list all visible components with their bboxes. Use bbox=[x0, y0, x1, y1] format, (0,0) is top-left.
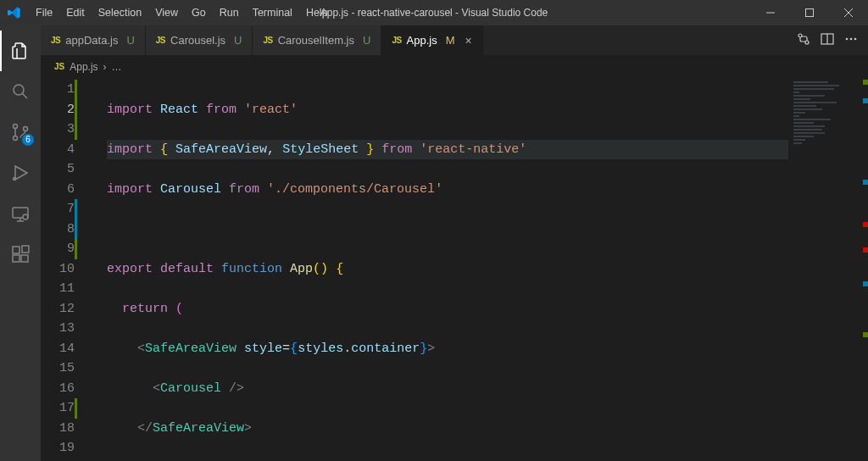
search-icon[interactable] bbox=[0, 71, 41, 112]
extensions-icon[interactable] bbox=[0, 234, 41, 275]
editor[interactable]: 1 2 3 4 5 6 7 8 9 10 11 12 13 14 15 16 1… bbox=[41, 78, 868, 461]
activity-bar: 6 bbox=[0, 25, 41, 461]
tab-label: appData.js bbox=[65, 34, 118, 47]
menu-go[interactable]: Go bbox=[185, 0, 213, 25]
svg-point-1 bbox=[14, 85, 24, 95]
menu-edit[interactable]: Edit bbox=[59, 0, 92, 25]
split-editor-icon[interactable] bbox=[821, 32, 834, 48]
tab-carouselitem[interactable]: JS CarouselItem.js U bbox=[253, 25, 381, 55]
tab-status: M bbox=[446, 34, 455, 47]
tab-status: U bbox=[234, 34, 242, 47]
js-icon: JS bbox=[51, 36, 60, 45]
compare-changes-icon[interactable] bbox=[797, 32, 810, 48]
js-icon: JS bbox=[54, 62, 64, 71]
breadcrumb-rest: … bbox=[112, 61, 122, 73]
js-icon: JS bbox=[156, 36, 165, 45]
svg-point-4 bbox=[24, 127, 28, 131]
line-number-gutter: 1 2 3 4 5 6 7 8 9 10 11 12 13 14 15 16 1… bbox=[41, 78, 90, 461]
chevron-right-icon: › bbox=[103, 61, 107, 73]
close-button[interactable] bbox=[829, 0, 868, 25]
svg-rect-9 bbox=[13, 255, 19, 262]
menu-view[interactable]: View bbox=[148, 0, 185, 25]
source-control-icon[interactable]: 6 bbox=[0, 112, 41, 153]
svg-point-13 bbox=[805, 41, 809, 44]
svg-point-16 bbox=[850, 38, 853, 41]
tab-carousel[interactable]: JS Carousel.js U bbox=[146, 25, 253, 55]
overview-ruler[interactable] bbox=[856, 78, 868, 461]
tab-close-icon[interactable]: × bbox=[465, 35, 472, 47]
svg-rect-8 bbox=[13, 247, 19, 253]
menu-file[interactable]: File bbox=[29, 0, 59, 25]
svg-rect-11 bbox=[22, 246, 29, 253]
code-area[interactable]: import React from 'react' import { SafeA… bbox=[90, 78, 788, 461]
window-title: App.js - react-native-carousel - Visual … bbox=[320, 7, 548, 19]
tab-appdata[interactable]: JS appData.js U bbox=[41, 25, 146, 55]
explorer-icon[interactable] bbox=[0, 31, 41, 71]
breadcrumbs[interactable]: JS App.js › … bbox=[41, 56, 868, 78]
remote-explorer-icon[interactable] bbox=[0, 193, 41, 234]
menu-run[interactable]: Run bbox=[213, 0, 246, 25]
svg-point-15 bbox=[846, 38, 849, 41]
editor-actions bbox=[787, 25, 868, 55]
js-icon: JS bbox=[263, 36, 272, 45]
svg-point-12 bbox=[798, 34, 802, 37]
svg-point-3 bbox=[14, 136, 18, 141]
minimap[interactable] bbox=[788, 78, 856, 461]
vscode-icon bbox=[7, 5, 22, 20]
svg-point-5 bbox=[14, 178, 16, 181]
run-debug-icon[interactable] bbox=[0, 153, 41, 193]
svg-point-2 bbox=[14, 125, 18, 129]
tab-status: U bbox=[363, 34, 370, 47]
tab-app[interactable]: JS App.js M × bbox=[381, 25, 482, 55]
minimize-button[interactable] bbox=[751, 0, 790, 25]
tab-status: U bbox=[126, 34, 134, 47]
maximize-button[interactable] bbox=[790, 0, 829, 25]
svg-point-17 bbox=[854, 38, 857, 41]
tab-label: Carousel.js bbox=[170, 34, 225, 47]
svg-rect-0 bbox=[806, 9, 814, 17]
svg-rect-10 bbox=[21, 255, 28, 262]
svg-point-7 bbox=[23, 214, 28, 219]
scm-badge: 6 bbox=[22, 134, 34, 146]
window-controls bbox=[751, 0, 868, 25]
title-bar: File Edit Selection View Go Run Terminal… bbox=[0, 0, 868, 25]
tab-bar: JS appData.js U JS Carousel.js U JS Caro… bbox=[41, 25, 868, 56]
menu-terminal[interactable]: Terminal bbox=[246, 0, 299, 25]
more-actions-icon[interactable] bbox=[844, 32, 858, 48]
js-icon: JS bbox=[392, 36, 401, 45]
menu-selection[interactable]: Selection bbox=[92, 0, 148, 25]
tab-label: App.js bbox=[407, 34, 437, 47]
tab-label: CarouselItem.js bbox=[278, 34, 354, 47]
breadcrumb-file: App.js bbox=[70, 61, 97, 73]
